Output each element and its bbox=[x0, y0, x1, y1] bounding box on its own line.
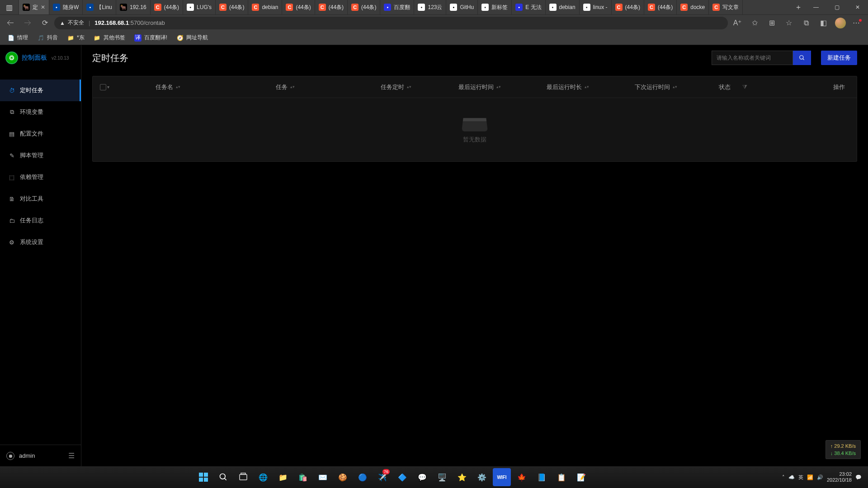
browser-tab[interactable]: •【Linu bbox=[83, 0, 116, 14]
minimize-button[interactable]: — bbox=[806, 0, 826, 14]
sidebar-item[interactable]: ⧉环境变量 bbox=[0, 101, 81, 123]
taskbar-app-telegram[interactable]: ✈️76 bbox=[373, 468, 392, 486]
sidebar-item[interactable]: 🗎对比工具 bbox=[0, 188, 81, 210]
user-name[interactable]: admin bbox=[19, 452, 64, 459]
side-panel-icon[interactable]: ◧ bbox=[816, 16, 831, 30]
taskbar-app-notepad[interactable]: 📝 bbox=[572, 468, 590, 486]
sidebar-item[interactable]: ⚙系统设置 bbox=[0, 231, 81, 253]
browser-tab[interactable]: 🐂定✕ bbox=[19, 0, 49, 14]
browser-tab[interactable]: C(44条) bbox=[151, 0, 183, 14]
sidebar-item[interactable]: ✎脚本管理 bbox=[0, 145, 81, 166]
tray-chevron-up-icon[interactable]: ˄ bbox=[782, 474, 785, 480]
extensions-icon[interactable]: ⊞ bbox=[764, 16, 779, 30]
start-button[interactable] bbox=[194, 468, 212, 486]
ime-indicator[interactable]: 英 bbox=[798, 474, 803, 481]
notifications-icon[interactable]: 💬 bbox=[855, 474, 862, 480]
bookmark-item[interactable]: 🎵抖音 bbox=[33, 32, 61, 43]
profile-avatar[interactable] bbox=[833, 16, 848, 30]
url-field[interactable]: ▲ 不安全 | 192.168.68.1:5700/crontab bbox=[54, 17, 728, 29]
taskbar-app-store[interactable]: 🛍️ bbox=[294, 468, 312, 486]
clock[interactable]: 23:02 2022/10/18 bbox=[827, 471, 852, 483]
browser-tab[interactable]: C(44条) bbox=[644, 0, 677, 14]
taskbar-app-steam[interactable]: ⚙️ bbox=[473, 468, 491, 486]
browser-tab[interactable]: 🐂192.16 bbox=[116, 0, 151, 14]
tray-onedrive-icon[interactable]: ☁️ bbox=[788, 474, 795, 480]
browser-tab[interactable]: C写文章 bbox=[709, 0, 743, 14]
sidebar-item[interactable]: 🗀任务日志 bbox=[0, 210, 81, 231]
tab-label: (44条) bbox=[164, 4, 179, 11]
browser-tab[interactable]: •GitHu bbox=[446, 0, 478, 14]
wifi-icon[interactable]: 📶 bbox=[807, 474, 813, 480]
col-duration[interactable]: 最后运行时长▴▾ bbox=[525, 83, 611, 91]
browser-tab[interactable]: •123云 bbox=[414, 0, 446, 14]
collections-icon[interactable]: ⧉ bbox=[798, 16, 814, 30]
back-button[interactable]: 🡠 bbox=[3, 16, 18, 30]
browser-tab[interactable]: •linux - bbox=[580, 0, 612, 14]
security-indicator[interactable]: ▲ 不安全 bbox=[60, 19, 84, 27]
browser-tab[interactable]: •百度翻 bbox=[380, 0, 414, 14]
browser-tab[interactable]: •随身W bbox=[49, 0, 83, 14]
taskbar-search[interactable] bbox=[214, 468, 232, 486]
sidebar-item[interactable]: ▤配置文件 bbox=[0, 123, 81, 145]
taskbar-app-vscode[interactable]: 📘 bbox=[533, 468, 551, 486]
new-task-button[interactable]: 新建任务 bbox=[821, 51, 857, 65]
sidebar-item[interactable]: ⬚依赖管理 bbox=[0, 166, 81, 188]
close-window-button[interactable]: ✕ bbox=[847, 0, 868, 14]
browser-tab[interactable]: Cdebian bbox=[248, 0, 282, 14]
col-task-name[interactable]: 任务名▴▾ bbox=[123, 83, 213, 91]
volume-icon[interactable]: 🔊 bbox=[817, 474, 823, 480]
browser-tab[interactable]: •debian bbox=[546, 0, 580, 14]
browser-tab[interactable]: C(44条) bbox=[612, 0, 644, 14]
taskbar-app-wechat[interactable]: 💬 bbox=[413, 468, 431, 486]
tab-actions-icon[interactable]: ▥ bbox=[0, 0, 19, 14]
new-tab-button[interactable]: ＋ bbox=[791, 3, 806, 12]
browser-tab[interactable]: •新标签 bbox=[478, 0, 512, 14]
bookmark-item[interactable]: 📁*东 bbox=[63, 32, 88, 43]
col-last-run[interactable]: 最后运行时间▴▾ bbox=[434, 83, 525, 91]
collapse-sidebar-button[interactable]: ☰ bbox=[68, 451, 75, 460]
taskbar-app-v[interactable]: 🔷 bbox=[393, 468, 411, 486]
col-next-run[interactable]: 下次运行时间▴▾ bbox=[611, 83, 701, 91]
close-tab-icon[interactable]: ✕ bbox=[41, 4, 45, 10]
bookmark-item[interactable]: 译百度翻译! bbox=[131, 32, 171, 43]
brand[interactable]: ❂ 控制面板 v2.10.13 bbox=[0, 45, 81, 70]
forward-button[interactable]: 🡢 bbox=[20, 16, 35, 30]
browser-tab[interactable]: C(44条) bbox=[216, 0, 248, 14]
read-aloud-icon[interactable]: A⁺ bbox=[730, 16, 745, 30]
col-schedule[interactable]: 任务定时▴▾ bbox=[358, 83, 434, 91]
maximize-button[interactable]: ▢ bbox=[826, 0, 847, 14]
browser-tab[interactable]: •LUG's bbox=[183, 0, 216, 14]
browser-tab[interactable]: C(44条) bbox=[348, 0, 380, 14]
taskbar-app-leaf[interactable]: 🍁 bbox=[513, 468, 531, 486]
taskbar-app-monitor[interactable]: 🖥️ bbox=[433, 468, 451, 486]
tab-label: (44条) bbox=[658, 4, 673, 11]
browser-tab[interactable]: •E 无法 bbox=[512, 0, 545, 14]
bookmark-item[interactable]: 📄情理 bbox=[4, 32, 32, 43]
browser-tab[interactable]: Cdocke bbox=[677, 0, 709, 14]
col-task-command[interactable]: 任务▴▾ bbox=[213, 83, 358, 91]
sidebar-item[interactable]: ⏱定时任务 bbox=[0, 80, 81, 101]
filter-icon[interactable]: ⧩ bbox=[742, 84, 747, 91]
taskbar-app-star[interactable]: ⭐ bbox=[453, 468, 471, 486]
bookmark-item[interactable]: 🧭网址导航 bbox=[173, 32, 212, 43]
more-menu-icon[interactable]: ⋯ bbox=[850, 16, 865, 30]
refresh-button[interactable]: ⟳ bbox=[37, 16, 52, 30]
browser-tab[interactable]: C(44条) bbox=[315, 0, 348, 14]
search-input[interactable] bbox=[712, 51, 793, 65]
taskbar-app-cookie[interactable]: 🍪 bbox=[334, 468, 352, 486]
favorites-bar-icon[interactable]: ☆ bbox=[781, 16, 797, 30]
task-view[interactable] bbox=[234, 468, 252, 486]
taskbar-app-todo[interactable]: 📋 bbox=[552, 468, 571, 486]
bookmark-item[interactable]: 📁其他书签 bbox=[90, 32, 129, 43]
taskbar-app-mail[interactable]: ✉️ bbox=[314, 468, 332, 486]
taskbar-app-edge[interactable]: 🌐 bbox=[254, 468, 272, 486]
taskbar-app-explorer[interactable]: 📁 bbox=[274, 468, 292, 486]
col-status[interactable]: 状态⧩ bbox=[701, 83, 764, 91]
taskbar-app-edge2[interactable]: 🔵 bbox=[354, 468, 372, 486]
taskbar-app-wifi[interactable]: WIFI bbox=[493, 468, 511, 486]
browser-tab[interactable]: C(44条) bbox=[282, 0, 315, 14]
bookmark-icon: 📁 bbox=[67, 34, 74, 42]
favorite-icon[interactable]: ✩ bbox=[747, 16, 762, 30]
search-button[interactable] bbox=[793, 51, 811, 65]
select-all[interactable]: ▾ bbox=[100, 84, 123, 90]
